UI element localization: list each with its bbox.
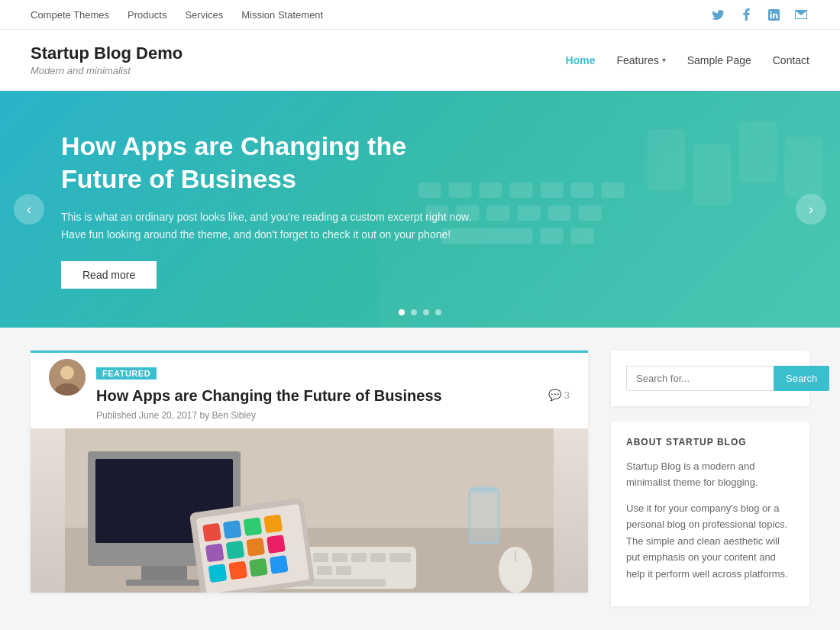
email-icon[interactable] — [793, 6, 809, 23]
top-nav: Compete Themes Products Services Mission… — [31, 9, 323, 21]
post-date: June 20, 2017 — [139, 410, 197, 421]
published-label: Published — [96, 410, 137, 421]
svg-rect-47 — [202, 523, 221, 542]
site-title: Startup Blog Demo — [31, 44, 183, 63]
svg-rect-36 — [351, 553, 367, 562]
svg-rect-20 — [785, 137, 823, 198]
linkedin-icon[interactable] — [765, 6, 782, 23]
featured-badge: FEATURED — [96, 367, 157, 380]
svg-rect-6 — [571, 183, 594, 198]
features-chevron-icon: ▾ — [662, 56, 666, 64]
svg-rect-48 — [223, 520, 242, 539]
post-featured-image — [31, 428, 588, 593]
hero-dots — [399, 309, 441, 315]
hero-title: How Apps are Changing the Future of Busi… — [61, 130, 473, 195]
social-icons — [710, 6, 809, 23]
comment-number: 3 — [564, 389, 570, 401]
svg-rect-56 — [228, 561, 247, 580]
about-widget: ABOUT STARTUP BLOG Startup Blog is a mod… — [611, 422, 809, 606]
svg-rect-34 — [313, 553, 328, 562]
topnav-mission-statement[interactable]: Mission Statement — [241, 9, 323, 21]
svg-point-22 — [60, 366, 74, 380]
hero-excerpt: This is what an ordinary post looks like… — [61, 208, 473, 243]
nav-sample-page[interactable]: Sample Page — [687, 54, 751, 66]
svg-rect-13 — [579, 205, 602, 221]
svg-rect-50 — [263, 515, 283, 534]
hero-prev-button[interactable]: ‹ — [14, 194, 44, 225]
svg-rect-51 — [205, 544, 225, 563]
post-author: Ben Sibley — [212, 410, 256, 421]
svg-rect-59 — [470, 489, 499, 543]
svg-rect-43 — [336, 566, 351, 575]
hero-dot-1[interactable] — [399, 309, 405, 315]
svg-rect-57 — [249, 558, 268, 577]
search-widget: Search — [611, 351, 809, 406]
svg-rect-12 — [548, 205, 571, 221]
about-text-1: Startup Blog is a modern and minimalist … — [626, 458, 794, 491]
svg-rect-52 — [226, 541, 245, 560]
svg-rect-15 — [541, 228, 564, 244]
search-input[interactable] — [626, 366, 774, 391]
about-widget-title: ABOUT STARTUP BLOG — [626, 437, 794, 447]
hero-dot-3[interactable] — [423, 309, 429, 315]
topnav-services[interactable]: Services — [185, 9, 223, 21]
nav-home[interactable]: Home — [566, 54, 596, 66]
svg-rect-16 — [571, 228, 594, 244]
hero-banner: ‹ How Apps are Changing the Future of Bu… — [0, 91, 840, 328]
svg-rect-29 — [126, 580, 202, 586]
search-button[interactable]: Search — [774, 366, 829, 391]
nav-contact[interactable]: Contact — [773, 54, 809, 66]
hero-dot-4[interactable] — [435, 309, 441, 315]
svg-point-60 — [470, 485, 499, 494]
avatar-img — [49, 359, 86, 396]
site-header: Startup Blog Demo Modern and minimalist … — [0, 30, 840, 91]
svg-rect-58 — [270, 555, 289, 574]
about-text-2: Use it for your company's blog or a pers… — [626, 500, 794, 582]
comment-count: 💬 3 — [548, 389, 570, 401]
svg-rect-55 — [208, 564, 228, 583]
svg-rect-35 — [332, 553, 347, 562]
topnav-products[interactable]: Products — [128, 9, 166, 21]
svg-rect-49 — [244, 517, 263, 536]
comment-icon: 💬 — [548, 389, 561, 401]
site-tagline: Modern and minimalist — [31, 65, 183, 76]
by-label: by — [199, 410, 209, 421]
desk-scene — [31, 428, 588, 593]
author-avatar — [49, 359, 86, 396]
featured-post-card: FEATURED How Apps are Changing the Futur… — [31, 351, 588, 593]
svg-rect-37 — [370, 553, 386, 562]
nav-features-wrapper: Features ▾ — [616, 54, 665, 66]
svg-rect-17 — [648, 129, 686, 190]
post-title: How Apps are Changing the Future of Busi… — [96, 386, 442, 405]
svg-rect-5 — [541, 183, 564, 198]
svg-rect-28 — [141, 566, 187, 581]
read-more-button[interactable]: Read more — [61, 261, 157, 289]
hero-next-button[interactable]: › — [796, 194, 826, 225]
svg-rect-7 — [602, 183, 625, 198]
svg-rect-53 — [246, 538, 265, 557]
svg-rect-18 — [693, 144, 732, 205]
sidebar: Search ABOUT STARTUP BLOG Startup Blog i… — [611, 351, 809, 622]
post-card-header: FEATURED How Apps are Changing the Futur… — [31, 351, 588, 428]
topnav-compete-themes[interactable]: Compete Themes — [31, 9, 109, 21]
svg-rect-42 — [317, 566, 332, 575]
main-nav: Home Features ▾ Sample Page Contact — [566, 54, 809, 66]
hero-dot-2[interactable] — [411, 309, 417, 315]
nav-features[interactable]: Features — [616, 54, 658, 66]
twitter-icon[interactable] — [710, 6, 727, 23]
post-published: Published June 20, 2017 by Ben Sibley — [96, 410, 570, 421]
main-content: FEATURED How Apps are Changing the Futur… — [0, 328, 840, 630]
top-bar: Compete Themes Products Services Mission… — [0, 0, 840, 30]
facebook-icon[interactable] — [738, 6, 754, 23]
post-meta-area: FEATURED How Apps are Changing the Futur… — [96, 367, 570, 421]
hero-content: How Apps are Changing the Future of Busi… — [0, 130, 535, 289]
search-row: Search — [626, 366, 794, 391]
svg-rect-38 — [389, 553, 411, 562]
svg-rect-54 — [267, 535, 286, 554]
post-title-row: How Apps are Changing the Future of Busi… — [96, 386, 570, 405]
posts-area: FEATURED How Apps are Changing the Futur… — [31, 351, 588, 622]
svg-rect-19 — [739, 121, 777, 183]
site-branding: Startup Blog Demo Modern and minimalist — [31, 44, 183, 76]
